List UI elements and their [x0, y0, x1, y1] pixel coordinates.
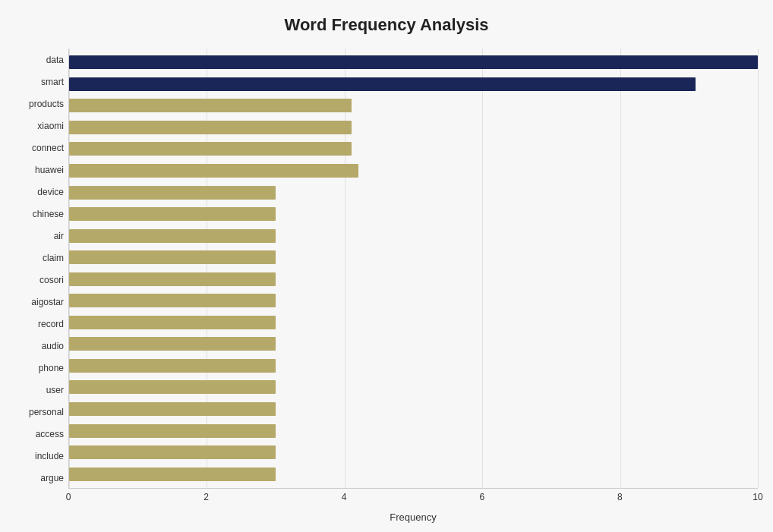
y-axis-label: cosori: [15, 270, 64, 290]
y-axis: datasmartproductsxiaomiconnecthuaweidevi…: [15, 49, 68, 489]
grid-line: [758, 49, 759, 488]
y-axis-label: personal: [15, 402, 64, 422]
x-tick-label: 0: [53, 492, 84, 502]
y-axis-label: data: [15, 50, 64, 70]
bar: [69, 121, 352, 134]
chart-area: datasmartproductsxiaomiconnecthuaweidevi…: [15, 49, 758, 489]
bar-row: [69, 119, 758, 136]
x-axis-title: Frequency: [68, 512, 758, 523]
bar-row: [69, 466, 758, 483]
bar: [69, 207, 276, 221]
bar: [69, 359, 276, 373]
bar: [69, 337, 276, 351]
y-axis-label: audio: [15, 336, 64, 356]
x-tick-label: 6: [467, 492, 497, 502]
bar: [69, 142, 352, 156]
bar-row: [69, 423, 758, 439]
bar-row: [69, 162, 758, 179]
bars-and-grid: [68, 49, 758, 489]
y-axis-label: xiaomi: [15, 116, 64, 136]
bar-row: [69, 76, 758, 93]
y-axis-label: argue: [15, 468, 64, 488]
bar-row: [69, 401, 758, 417]
y-axis-label: connect: [15, 138, 64, 158]
x-tick-label: 2: [191, 492, 222, 502]
bar: [69, 55, 758, 69]
bar-row: [69, 184, 758, 201]
bar-row: [69, 97, 758, 114]
bar-row: [69, 249, 758, 266]
bar: [69, 402, 276, 416]
bar: [69, 380, 276, 394]
bar-row: [69, 444, 758, 461]
bar-row: [69, 357, 758, 374]
bar: [69, 250, 276, 264]
bar: [69, 99, 352, 112]
y-axis-label: products: [15, 94, 64, 114]
chart-title: Word Frequency Analysis: [15, 15, 758, 35]
bar: [69, 424, 276, 438]
y-axis-label: claim: [15, 248, 64, 268]
bar-row: [69, 206, 758, 222]
y-axis-label: user: [15, 380, 64, 400]
bar: [69, 186, 276, 200]
bar-row: [69, 379, 758, 395]
bar-row: [69, 292, 758, 309]
bar: [69, 445, 276, 459]
x-axis-labels: 0246810: [68, 492, 758, 507]
y-axis-label: chinese: [15, 204, 64, 224]
bar: [69, 316, 276, 329]
y-axis-label: smart: [15, 72, 64, 92]
y-axis-label: air: [15, 226, 64, 246]
bar: [69, 467, 276, 481]
bar: [69, 229, 276, 243]
y-axis-label: aigostar: [15, 292, 64, 312]
bar: [69, 294, 276, 307]
bar-row: [69, 228, 758, 244]
chart-container: Word Frequency Analysis datasmartproduct…: [0, 0, 773, 532]
bar-row: [69, 271, 758, 288]
bar-row: [69, 335, 758, 352]
y-axis-label: record: [15, 314, 64, 334]
x-ticks-container: 0246810: [68, 492, 758, 507]
bars-wrapper: [69, 49, 758, 488]
x-tick-label: 10: [743, 492, 773, 502]
bar: [69, 164, 358, 178]
y-axis-label: access: [15, 424, 64, 444]
bar-row: [69, 54, 758, 71]
x-tick-label: 8: [604, 492, 635, 502]
y-axis-label: phone: [15, 358, 64, 378]
y-axis-label: device: [15, 182, 64, 202]
x-tick-label: 4: [329, 492, 359, 502]
bar-row: [69, 314, 758, 331]
y-axis-label: include: [15, 446, 64, 466]
y-axis-label: huawei: [15, 160, 64, 180]
bar: [69, 272, 276, 286]
bar-row: [69, 140, 758, 157]
bar: [69, 77, 696, 91]
